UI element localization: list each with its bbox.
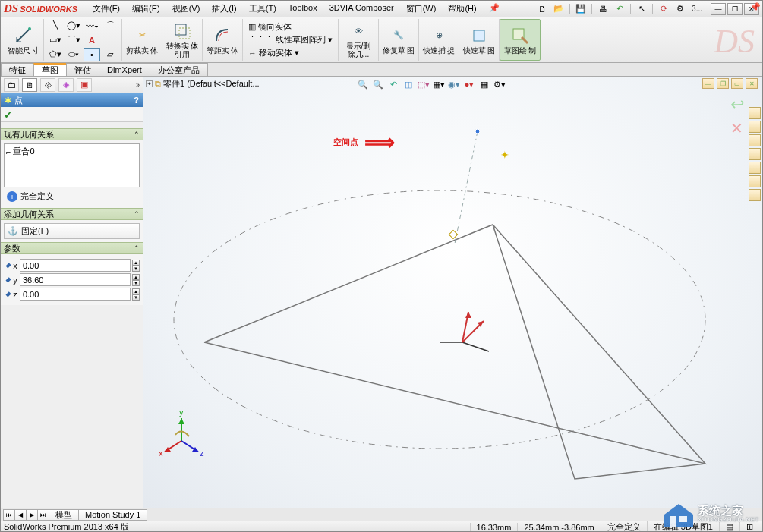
- ok-check-icon[interactable]: ✓: [4, 109, 13, 121]
- relation-item[interactable]: 重合0: [13, 146, 34, 157]
- polygon-tool-icon[interactable]: ⬠▾: [47, 48, 64, 61]
- display-tab[interactable]: ▣: [77, 78, 92, 92]
- convert-entities-button[interactable]: 转换实 体引用: [166, 21, 199, 58]
- quick-snap-button[interactable]: ⊕ 快速捕 捉: [422, 26, 456, 55]
- svg-marker-16: [178, 418, 184, 424]
- ellipse-tool-icon[interactable]: ⬭▾: [65, 48, 82, 61]
- menu-view[interactable]: 视图(V): [168, 2, 205, 16]
- point-tool-icon[interactable]: •: [84, 48, 100, 61]
- param-y-input[interactable]: [20, 273, 131, 286]
- confirm-cancel-icon[interactable]: ✕: [730, 119, 744, 137]
- sketch-draw-button[interactable]: 草图绘 制: [503, 26, 537, 55]
- pm-pin-icon[interactable]: 📌: [750, 2, 761, 12]
- select-cursor-icon[interactable]: ↖: [634, 2, 649, 16]
- tp-forum-icon[interactable]: [749, 189, 761, 201]
- svg-rect-3: [474, 30, 484, 41]
- tp-custom-props-icon[interactable]: [749, 175, 761, 187]
- tp-appearances-icon[interactable]: [749, 162, 761, 174]
- plane-tool-icon[interactable]: ▱: [102, 48, 118, 61]
- options-icon[interactable]: ⚙: [673, 2, 688, 16]
- section-existing-relations[interactable]: 现有几何关系⌃: [1, 128, 143, 140]
- tp-file-explorer-icon[interactable]: [749, 134, 761, 146]
- menu-edit[interactable]: 编辑(E): [128, 2, 165, 16]
- svg-point-0: [28, 27, 31, 30]
- rect-tool-icon[interactable]: ▭▾: [47, 33, 64, 47]
- arc-line-icon[interactable]: ⌒: [102, 19, 118, 33]
- tab-evaluate[interactable]: 评估: [66, 63, 99, 76]
- param-y-row: y ▲▼: [4, 273, 140, 286]
- open-icon[interactable]: 📂: [551, 2, 566, 16]
- tp-view-palette-icon[interactable]: [749, 148, 761, 160]
- tab-nav-prev[interactable]: ◀: [14, 509, 27, 521]
- menu-toolbox[interactable]: Toolbox: [284, 2, 322, 16]
- pm-help-button[interactable]: ?: [134, 96, 139, 105]
- z-spinner[interactable]: ▲▼: [132, 288, 140, 301]
- linear-pattern-button[interactable]: ⋮⋮⋮线性草图阵列▾: [246, 33, 335, 46]
- trim-button[interactable]: ✂ 剪裁实 体: [125, 26, 159, 55]
- move-entities-button[interactable]: ↔移动实体▾: [246, 46, 301, 59]
- parameters-body: x ▲▼ y ▲▼ z ▲▼: [1, 254, 143, 305]
- circle-tool-icon[interactable]: ◯▾: [65, 19, 82, 33]
- tp-design-lib-icon[interactable]: [749, 121, 761, 133]
- property-mgr-tab[interactable]: 🗎: [22, 78, 37, 92]
- dimension-icon: [14, 26, 33, 46]
- offset-button[interactable]: 等距实 体: [206, 26, 239, 55]
- smart-dimension-button[interactable]: 智能尺 寸: [7, 26, 40, 55]
- arc-tool-icon[interactable]: ⌒▾: [65, 33, 82, 47]
- param-x-input[interactable]: [20, 259, 131, 272]
- quick-sketch-button[interactable]: 快速草 图: [462, 26, 496, 55]
- menu-tools[interactable]: 工具(T): [244, 2, 281, 16]
- tp-resources-icon[interactable]: [749, 107, 761, 119]
- tab-dimxpert[interactable]: DimXpert: [99, 63, 150, 76]
- tab-nav-next[interactable]: ▶: [26, 509, 38, 521]
- confirm-ok-icon[interactable]: ↩: [730, 95, 744, 115]
- watermark-house-icon: [663, 502, 695, 528]
- status-dim1: 16.33mm: [470, 523, 518, 532]
- tab-nav-last[interactable]: ⏭: [37, 509, 49, 521]
- panel-expand-icon[interactable]: »: [136, 81, 140, 89]
- minimize-button[interactable]: —: [711, 3, 726, 15]
- tab-model[interactable]: 模型: [49, 509, 79, 521]
- svg-point-7: [475, 129, 480, 134]
- relations-listbox[interactable]: ⌐ 重合0: [4, 143, 140, 187]
- rebuild-icon[interactable]: ⟳: [656, 2, 671, 16]
- menu-window[interactable]: 窗口(W): [402, 2, 441, 16]
- eye-icon: 👁: [348, 21, 368, 41]
- tab-features[interactable]: 特征: [1, 63, 34, 76]
- app-name: SOLIDWORKS: [20, 5, 77, 14]
- line-tool-icon[interactable]: ╲: [47, 19, 64, 33]
- tab-sketch[interactable]: 草图: [33, 63, 67, 76]
- print-icon[interactable]: 🖶: [595, 2, 610, 16]
- tab-nav-first[interactable]: ⏮: [3, 509, 15, 521]
- tab-motion-study[interactable]: Motion Study 1: [78, 509, 147, 521]
- y-spinner[interactable]: ▲▼: [132, 274, 140, 286]
- mirror-button[interactable]: ▥镜向实体: [246, 20, 294, 33]
- menu-help[interactable]: 帮助(H): [443, 2, 481, 16]
- new-doc-icon[interactable]: 🗋: [534, 2, 550, 16]
- feature-tree-tab[interactable]: 🗀: [4, 78, 19, 92]
- graphics-area[interactable]: + ⧉ 零件1 (Default<<Default... 🔍 🔍 ↶ ◫ ⬚▾ …: [143, 77, 762, 508]
- config-tab[interactable]: 🞜: [40, 78, 55, 92]
- menu-pin-icon[interactable]: 📌: [484, 2, 504, 16]
- param-z-input[interactable]: [20, 288, 131, 301]
- status-bar: SolidWorks Premium 2013 x64 版 16.33mm 25…: [1, 521, 762, 532]
- show-hide-button[interactable]: 👁 显示/删 除几...: [342, 21, 375, 58]
- svg-marker-24: [664, 504, 693, 527]
- dimxpert-tab[interactable]: ◈: [58, 78, 74, 92]
- menu-file[interactable]: 文件(F): [88, 2, 125, 16]
- x-spinner[interactable]: ▲▼: [132, 260, 140, 272]
- save-icon[interactable]: 💾: [573, 2, 588, 16]
- section-add-relations[interactable]: 添加几何关系⌃: [1, 208, 143, 220]
- section-parameters[interactable]: 参数⌃: [1, 242, 143, 254]
- tab-office[interactable]: 办公室产品: [150, 63, 208, 76]
- undo-icon[interactable]: ↶: [612, 2, 627, 16]
- property-manager-panel: 🗀 🗎 🞜 ◈ ▣ » ✱ 点 ? ✓ 📌 现有几何关系⌃ ⌐ 重合0: [1, 77, 143, 508]
- maximize-button[interactable]: ❐: [727, 3, 743, 15]
- repair-sketch-button[interactable]: 🔧 修复草 图: [382, 26, 415, 55]
- menu-3dvia[interactable]: 3DVIA Composer: [325, 2, 399, 16]
- menu-insert[interactable]: 插入(I): [207, 2, 241, 16]
- spline-tool-icon[interactable]: 〰▾: [84, 19, 100, 33]
- fix-relation-button[interactable]: ⚓ 固定(F): [4, 223, 140, 239]
- text-tool-icon[interactable]: A: [84, 33, 100, 47]
- svg-line-9: [462, 342, 489, 351]
